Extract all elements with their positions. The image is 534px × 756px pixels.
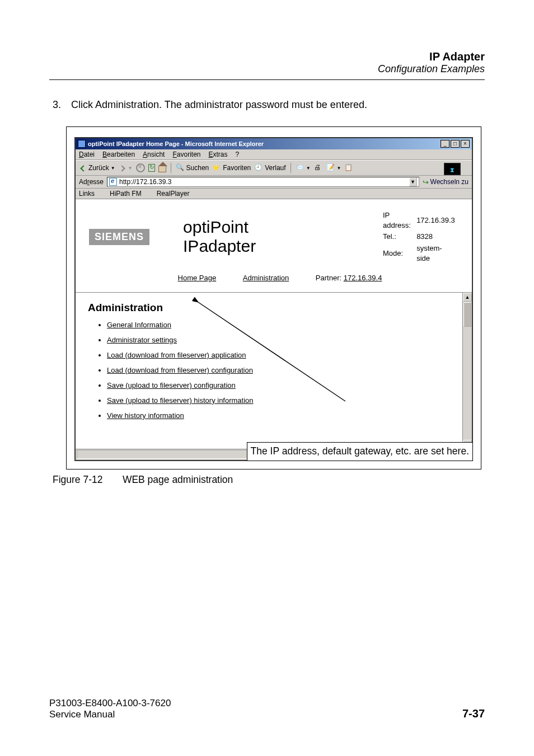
- link-hipath-label: HiPath FM: [110, 190, 142, 198]
- url-input[interactable]: http://172.16.39.3 ▼: [107, 177, 419, 187]
- discuss-button[interactable]: [344, 163, 353, 172]
- toolbar-separator: [291, 163, 291, 173]
- ip-value: 172.16.39.3: [416, 210, 457, 231]
- header-subtitle: Configuration Examples: [49, 63, 485, 75]
- link-realplayer-label: RealPlayer: [157, 190, 190, 198]
- search-icon: [176, 163, 185, 172]
- partner-ip-link[interactable]: 172.16.39.4: [344, 274, 382, 282]
- mail-button[interactable]: ▼: [296, 163, 311, 172]
- annotation-callout: The IP address, default gateway, etc. ar…: [247, 442, 473, 461]
- refresh-icon: [148, 164, 155, 172]
- admin-heading: Administration: [88, 302, 461, 314]
- search-button[interactable]: Suchen: [176, 163, 209, 172]
- links-label: Links: [79, 190, 95, 198]
- admin-link-settings: Administrator settings: [107, 336, 461, 344]
- edit-button[interactable]: ▼: [326, 163, 341, 172]
- page-header: IP Adapter Configuration Examples: [49, 50, 485, 75]
- page-icon: [109, 178, 117, 186]
- page-number: 7-37: [462, 707, 485, 720]
- back-dropdown-icon: ▼: [111, 166, 115, 171]
- page-icon: [100, 190, 108, 198]
- app-icon: [78, 140, 86, 148]
- stop-button[interactable]: [136, 163, 145, 172]
- go-label: Wechseln zu: [430, 178, 469, 186]
- history-icon: [254, 163, 263, 172]
- url-dropdown-icon[interactable]: ▼: [409, 177, 417, 186]
- menu-bearbeiten[interactable]: Bearbeiten: [102, 151, 135, 158]
- forward-dropdown-icon: ▼: [128, 166, 133, 171]
- admin-link-save-history: Save (upload to fileserver) history info…: [107, 396, 461, 405]
- print-button[interactable]: [314, 163, 323, 172]
- menu-bar: Datei Bearbeiten Ansicht Favoriten Extra…: [76, 149, 472, 160]
- url-text: http://172.16.39.3: [119, 178, 406, 186]
- menu-favoriten[interactable]: Favoriten: [172, 151, 200, 158]
- doc-type: Service Manual: [49, 709, 462, 720]
- header-title: IP Adapter: [49, 50, 485, 63]
- maximize-button[interactable]: □: [451, 140, 460, 148]
- tel-label: Tel.:: [383, 232, 415, 242]
- partner-label: Partner:: [316, 274, 341, 282]
- admin-link-load-config: Load (download from fileserver) configur…: [107, 366, 461, 374]
- back-button[interactable]: Zurück ▼: [79, 164, 115, 172]
- refresh-button[interactable]: [148, 164, 155, 172]
- browser-window: optiPoint IPadapter Home Page - Microsof…: [74, 137, 473, 461]
- admin-link-general: General Information: [107, 321, 461, 329]
- siemens-logo: SIEMENS: [89, 229, 149, 245]
- device-info: IP address:172.16.39.3 Tel.:8328 Mode:sy…: [382, 209, 458, 265]
- nav-home[interactable]: Home Page: [178, 274, 217, 282]
- history-button[interactable]: Verlauf: [254, 163, 285, 172]
- ip-label: IP address:: [383, 210, 415, 231]
- forward-button[interactable]: ▼: [119, 165, 133, 171]
- stop-icon: [136, 163, 145, 172]
- favorites-label: Favoriten: [223, 164, 251, 172]
- link-hipath[interactable]: HiPath FM: [100, 190, 142, 198]
- scrollbar[interactable]: ▲ ▼: [462, 293, 472, 449]
- admin-link-load-app: Load (download from fileserver) applicat…: [107, 351, 461, 359]
- page-nav: Home Page Administration Partner: 172.16…: [76, 270, 472, 292]
- star-icon: [212, 163, 221, 172]
- doc-id: P31003-E8400-A100-3-7620: [49, 698, 462, 709]
- page-icon: [147, 190, 155, 198]
- home-button[interactable]: [158, 163, 166, 172]
- back-label: Zurück: [88, 164, 109, 172]
- figure-number: Figure 7-12: [53, 474, 120, 486]
- home-icon: [158, 166, 166, 172]
- close-button[interactable]: ×: [461, 140, 470, 148]
- toolbar: Zurück ▼ ▼ Suchen Favoriten Verlauf ▼ ▼: [76, 160, 472, 176]
- link-realplayer[interactable]: RealPlayer: [147, 190, 190, 198]
- figure-container: optiPoint IPadapter Home Page - Microsof…: [66, 126, 481, 469]
- menu-extras[interactable]: Extras: [209, 151, 228, 158]
- menu-ansicht[interactable]: Ansicht: [143, 151, 165, 158]
- figure-caption-text: WEB page administration: [123, 474, 233, 485]
- admin-link-save-config: Save (upload to fileserver) configuratio…: [107, 381, 461, 389]
- address-bar: Adresse http://172.16.39.3 ▼ Wechseln zu: [76, 176, 472, 189]
- favorites-button[interactable]: Favoriten: [212, 163, 251, 172]
- history-label: Verlauf: [265, 164, 285, 172]
- go-button[interactable]: Wechseln zu: [423, 178, 469, 186]
- scroll-up-icon[interactable]: ▲: [463, 293, 472, 302]
- step-text: Click Administration. The administrator …: [71, 99, 367, 110]
- page-icon: [79, 450, 87, 458]
- menu-datei[interactable]: Datei: [79, 151, 95, 158]
- instruction-step: 3. Click Administration. The administrat…: [53, 99, 485, 111]
- browser-content: SIEMENS optiPoint IPadapter IP address:1…: [76, 199, 472, 449]
- menu-help[interactable]: ?: [236, 151, 240, 158]
- toolbar-separator: [171, 163, 171, 173]
- minimize-button[interactable]: _: [441, 140, 449, 148]
- mail-icon: [296, 163, 305, 172]
- address-label: Adresse: [79, 178, 104, 186]
- admin-panel: Administration General Information Admin…: [76, 292, 472, 449]
- mode-value: system-side: [416, 243, 457, 264]
- nav-administration[interactable]: Administration: [243, 274, 289, 282]
- figure-caption: Figure 7-12 WEB page administration: [53, 474, 485, 486]
- header-rule: [49, 79, 485, 80]
- page-footer: P31003-E8400-A100-3-7620 Service Manual …: [49, 698, 485, 720]
- product-title: optiPoint IPadapter: [183, 218, 315, 256]
- window-titlebar: optiPoint IPadapter Home Page - Microsof…: [76, 138, 472, 149]
- forward-arrow-icon: [119, 165, 125, 171]
- step-number: 3.: [53, 99, 68, 111]
- back-arrow-icon: [80, 165, 86, 171]
- ie-logo-icon: ⧗: [444, 163, 461, 175]
- scroll-thumb[interactable]: [463, 302, 471, 327]
- links-bar: Links HiPath FM RealPlayer: [76, 189, 472, 199]
